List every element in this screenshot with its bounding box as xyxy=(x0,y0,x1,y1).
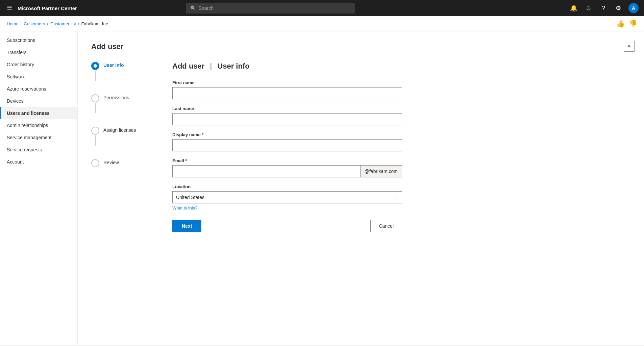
wizard-form: Add user | User info First name Last nam… xyxy=(172,62,402,232)
wizard-steps: User info Permissions Assign xyxy=(91,62,152,232)
email-domain-suffix: @fabrikam.com xyxy=(360,166,402,177)
step-label-assign-licenses: Assign licenses xyxy=(103,127,136,133)
sidebar-item-account[interactable]: Account xyxy=(0,156,77,168)
search-input[interactable] xyxy=(199,5,351,11)
breadcrumb-home[interactable]: Home xyxy=(7,21,19,26)
main-layout: Subscriptions Transfers Order history So… xyxy=(0,31,644,345)
sidebar-item-azure-reservations[interactable]: Azure reservations xyxy=(0,83,77,95)
sidebar-item-admin-relationships[interactable]: Admin relationships xyxy=(0,119,77,131)
hamburger-menu-icon[interactable]: ☰ xyxy=(5,3,14,13)
settings-icon[interactable]: ⚙ xyxy=(614,3,623,13)
display-name-input[interactable] xyxy=(172,139,402,151)
email-input-wrapper: @fabrikam.com xyxy=(172,165,402,177)
email-field: Email * @fabrikam.com xyxy=(172,158,402,177)
breadcrumb-actions: 👍 👎 xyxy=(616,20,637,28)
what-is-this-link[interactable]: What is this? xyxy=(172,205,197,211)
sidebar: Subscriptions Transfers Order history So… xyxy=(0,31,78,345)
form-actions: Next Cancel xyxy=(172,220,402,232)
step-circle-assign-licenses xyxy=(91,127,99,135)
notification-icon[interactable]: 🔔 xyxy=(569,3,578,13)
last-name-field: Last name xyxy=(172,106,402,125)
step-label-review: Review xyxy=(103,159,119,165)
location-select-wrapper: United States United Kingdom Canada Aust… xyxy=(172,191,402,203)
breadcrumb-sep-3: › xyxy=(78,22,79,26)
sidebar-item-service-management[interactable]: Service management xyxy=(0,131,77,144)
help-icon[interactable]: ? xyxy=(599,3,608,13)
first-name-label: First name xyxy=(172,80,402,85)
thumbs-down-icon[interactable]: 👎 xyxy=(629,20,637,28)
next-button[interactable]: Next xyxy=(172,220,201,232)
wizard-step-permissions: Permissions xyxy=(91,94,152,127)
step-line-2 xyxy=(95,103,96,113)
first-name-field: First name xyxy=(172,80,402,99)
wizard-step-assign-licenses: Assign licenses xyxy=(91,127,152,159)
app-title: Microsoft Partner Center xyxy=(18,5,77,11)
sidebar-item-devices[interactable]: Devices xyxy=(0,95,77,107)
step-label-user-info: User info xyxy=(103,62,124,68)
search-icon: 🔍 xyxy=(190,5,196,11)
sidebar-item-service-requests[interactable]: Service requests xyxy=(0,144,77,156)
close-button[interactable]: ✕ xyxy=(624,41,635,52)
topnav-icon-group: 🔔 ☺ ? ⚙ A xyxy=(569,3,639,13)
location-label: Location xyxy=(172,184,402,189)
breadcrumb: Home › Customers › Customer list › Fabri… xyxy=(0,16,644,31)
step-circle-permissions xyxy=(91,94,99,102)
sidebar-item-transfers[interactable]: Transfers xyxy=(0,46,77,58)
location-field: Location United States United Kingdom Ca… xyxy=(172,184,402,211)
wizard-layout: User info Permissions Assign xyxy=(91,62,630,232)
email-label: Email * xyxy=(172,158,402,163)
breadcrumb-customer-list[interactable]: Customer list xyxy=(50,21,76,26)
display-name-label: Display name * xyxy=(172,132,402,137)
wizard-step-review: Review xyxy=(91,159,152,167)
display-name-field: Display name * xyxy=(172,132,402,151)
step-circle-user-info xyxy=(91,62,99,70)
cancel-button[interactable]: Cancel xyxy=(370,220,402,232)
step-line-3 xyxy=(95,135,96,146)
last-name-input[interactable] xyxy=(172,113,402,125)
main-content: ✕ Add user User info xyxy=(78,31,644,345)
avatar[interactable]: A xyxy=(628,3,639,13)
sidebar-item-software[interactable]: Software xyxy=(0,71,77,83)
search-bar: 🔍 xyxy=(186,3,355,14)
location-select[interactable]: United States United Kingdom Canada Aust… xyxy=(172,191,402,203)
last-name-label: Last name xyxy=(172,106,402,111)
sidebar-item-order-history[interactable]: Order history xyxy=(0,58,77,71)
feedback-icon[interactable]: ☺ xyxy=(584,3,593,13)
breadcrumb-sep-2: › xyxy=(47,22,48,26)
page-title: Add user xyxy=(91,42,630,51)
sidebar-item-users-and-licenses[interactable]: Users and licenses xyxy=(0,107,77,119)
form-section-title: Add user | User info xyxy=(172,62,402,71)
top-navigation: ☰ Microsoft Partner Center 🔍 🔔 ☺ ? ⚙ A xyxy=(0,0,644,16)
step-line-1 xyxy=(95,71,96,81)
wizard-step-user-info: User info xyxy=(91,62,152,94)
breadcrumb-current: Fabrikam, Inc. xyxy=(81,21,109,26)
thumbs-up-icon[interactable]: 👍 xyxy=(616,20,625,28)
step-circle-review xyxy=(91,159,99,167)
sidebar-item-subscriptions[interactable]: Subscriptions xyxy=(0,34,77,46)
email-input[interactable] xyxy=(173,166,360,177)
breadcrumb-sep-1: › xyxy=(21,22,22,26)
step-label-permissions: Permissions xyxy=(103,94,129,100)
first-name-input[interactable] xyxy=(172,87,402,99)
breadcrumb-customers[interactable]: Customers xyxy=(24,21,45,26)
